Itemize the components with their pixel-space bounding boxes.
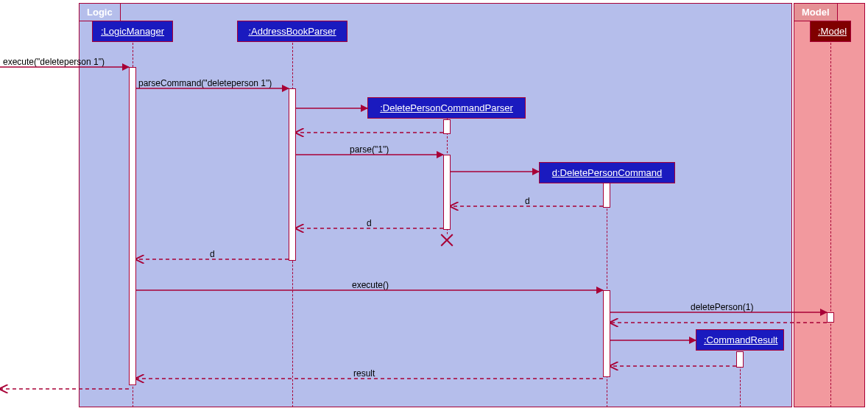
- msg-label: parse("1"): [350, 144, 389, 155]
- participant-dpc: d:DeletePersonCommand: [539, 162, 675, 183]
- participant-logic-manager: :LogicManager: [92, 21, 173, 42]
- msg-label: d: [525, 196, 530, 206]
- activation: [289, 88, 296, 261]
- activation: [827, 312, 834, 323]
- participant-dpc-parser: :DeletePersonCommandParser: [367, 97, 526, 119]
- msg-label: execute(): [352, 280, 389, 290]
- sequence-diagram: Logic Model :LogicManager :AddressBookPa…: [0, 0, 868, 411]
- msg-label: parseCommand("deleteperson 1"): [138, 78, 272, 88]
- activation: [603, 290, 610, 377]
- msg-label: result: [353, 368, 375, 379]
- frame-model: Model: [794, 3, 865, 407]
- activation: [736, 351, 744, 368]
- destroy-icon: [439, 232, 455, 248]
- msg-label: d: [367, 218, 372, 228]
- activation: [443, 155, 451, 230]
- participant-parser: :AddressBookParser: [237, 21, 347, 42]
- frame-logic: Logic: [79, 3, 792, 407]
- msg-label: execute("deleteperson 1"): [3, 57, 105, 67]
- activation: [129, 67, 136, 385]
- activation: [603, 183, 610, 208]
- activation: [443, 119, 451, 134]
- msg-label: d: [210, 249, 215, 259]
- participant-cmd-result: :CommandResult: [696, 329, 784, 351]
- frame-logic-title: Logic: [80, 4, 121, 21]
- participant-model: :Model: [810, 21, 851, 42]
- frame-model-title: Model: [794, 4, 838, 21]
- msg-label: deletePerson(1): [691, 302, 753, 312]
- lifeline-model: [830, 43, 831, 407]
